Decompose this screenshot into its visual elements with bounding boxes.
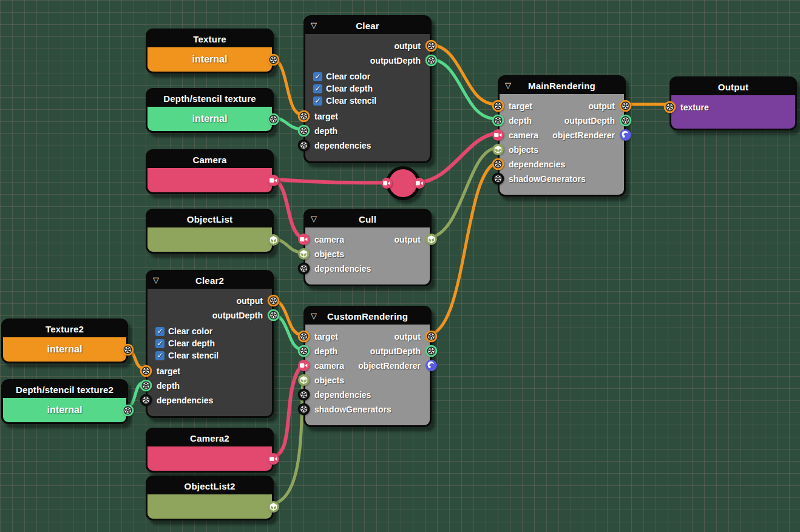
custom-outputdepth-port-icon[interactable] (425, 345, 438, 357)
checkbox-row[interactable]: ✓ Clear stencil (305, 95, 430, 107)
main-outputdepth-port-icon[interactable] (619, 114, 632, 127)
node-camera2[interactable]: Camera2 (146, 428, 274, 473)
custom-camera-port-icon[interactable] (297, 359, 310, 372)
custom-shadowgenerators-port-icon[interactable] (297, 403, 310, 416)
clear-depth-port-icon[interactable] (297, 124, 310, 137)
clear2-depth-port-icon[interactable] (140, 379, 152, 392)
main-target-port-icon[interactable] (492, 99, 504, 112)
output-texture-port-icon[interactable] (663, 101, 676, 113)
node-camera-header[interactable]: Camera (147, 151, 272, 168)
node-customrendering-header[interactable]: ▽ CustomRendering (305, 308, 430, 325)
main-depth-port-icon[interactable] (492, 114, 504, 127)
checkbox-checked-icon[interactable]: ✓ (313, 84, 322, 93)
checkbox-row[interactable]: ✓ Clear stencil (147, 349, 272, 362)
node-texture-header[interactable]: Texture (147, 30, 272, 47)
cull-objects-port-icon[interactable] (297, 247, 310, 260)
edge-clear-outputdepth-to-main-depth[interactable] (428, 59, 497, 119)
node-customrendering[interactable]: ▽ CustomRendering target output depth ou… (303, 306, 432, 427)
node-output-header[interactable]: Output (671, 78, 795, 95)
checkbox-row[interactable]: ✓ Clear depth (147, 337, 272, 349)
collapse-icon[interactable]: ▽ (505, 80, 511, 91)
checkbox-checked-icon[interactable]: ✓ (155, 339, 164, 348)
clear2-target-port-icon[interactable] (140, 365, 152, 377)
ds-output-port-icon[interactable] (267, 113, 280, 126)
node-objectlist2-header[interactable]: ObjectList2 (147, 477, 272, 494)
node-depth-stencil-texture[interactable]: Depth/stencil texture internal (146, 88, 274, 133)
clear-outputdepth-port-icon[interactable] (425, 54, 438, 67)
node-texture2[interactable]: Texture2 internal (1, 318, 128, 363)
elbow-input-port-icon[interactable] (381, 177, 393, 189)
edge-clear-output-to-main-target[interactable] (428, 44, 497, 104)
objectlist2-output-port-icon[interactable] (267, 500, 280, 513)
checkbox-row[interactable]: ✓ Clear color (305, 70, 430, 82)
node-clear[interactable]: ▽ Clear output outputDepth ✓ Clear color… (303, 15, 432, 163)
main-output-port-icon[interactable] (619, 99, 632, 112)
ds2-output-port-icon[interactable] (121, 404, 134, 417)
node-camera2-header[interactable]: Camera2 (147, 429, 272, 446)
edge-camera-to-elbow[interactable] (270, 179, 388, 183)
node-cull-body: camera output objects dependencies (305, 227, 430, 285)
custom-depth-port-icon[interactable] (297, 345, 310, 357)
node-texture2-header[interactable]: Texture2 (3, 320, 126, 337)
collapse-icon[interactable]: ▽ (311, 20, 317, 31)
node-mainrendering-header[interactable]: ▽ MainRendering (500, 77, 624, 94)
clear2-dependencies-port-icon[interactable] (140, 394, 152, 406)
port-label: depth (509, 116, 532, 126)
node-cull-header[interactable]: ▽ Cull (305, 210, 430, 227)
clear-output-port-icon[interactable] (425, 39, 438, 52)
node-clear-header[interactable]: ▽ Clear (305, 17, 430, 34)
node-depth-stencil-texture2[interactable]: Depth/stencil texture2 internal (1, 379, 128, 424)
cull-camera-port-icon[interactable] (297, 233, 310, 246)
clear-target-port-icon[interactable] (297, 110, 310, 123)
texture2-output-port-icon[interactable] (121, 343, 134, 356)
main-objects-port-icon[interactable] (492, 143, 504, 156)
camera-output-port-icon[interactable] (267, 174, 280, 187)
node-texture[interactable]: Texture internal (146, 29, 274, 73)
node-ds2-header[interactable]: Depth/stencil texture2 (3, 381, 126, 398)
clear-dependencies-port-icon[interactable] (297, 139, 310, 152)
main-camera-port-icon[interactable] (492, 129, 504, 141)
checkbox-checked-icon[interactable]: ✓ (313, 96, 322, 106)
node-mainrendering[interactable]: ▽ MainRendering target output depth outp… (498, 75, 626, 197)
main-shadowgenerators-port-icon[interactable] (492, 172, 504, 185)
custom-target-port-icon[interactable] (297, 330, 310, 343)
main-dependencies-port-icon[interactable] (492, 158, 504, 170)
collapse-icon[interactable]: ▽ (153, 275, 159, 286)
edge-custom-output-to-main-dependencies[interactable] (428, 163, 497, 335)
custom-objects-port-icon[interactable] (297, 374, 310, 386)
node-objectlist-body (147, 227, 272, 252)
custom-output-port-icon[interactable] (425, 330, 438, 343)
checkbox-checked-icon[interactable]: ✓ (155, 351, 164, 360)
clear2-output-port-icon[interactable] (267, 294, 280, 307)
checkbox-row[interactable]: ✓ Clear depth (305, 82, 430, 95)
edge-camera-to-cull-camera[interactable] (270, 179, 302, 238)
edge-texture-to-clear-target[interactable] (270, 58, 302, 115)
node-output[interactable]: Output texture (669, 76, 797, 130)
node-camera[interactable]: Camera (146, 149, 274, 194)
node-objectlist[interactable]: ObjectList (146, 209, 274, 254)
checkbox-checked-icon[interactable]: ✓ (155, 327, 164, 336)
node-clear2-header[interactable]: ▽ Clear2 (147, 272, 272, 289)
cull-dependencies-port-icon[interactable] (297, 262, 310, 275)
custom-objectrenderer-port-icon[interactable] (425, 359, 438, 372)
checkbox-row[interactable]: ✓ Clear color (147, 325, 272, 337)
camera2-output-port-icon[interactable] (267, 453, 280, 465)
node-ds-header[interactable]: Depth/stencil texture (147, 90, 272, 107)
checkbox-checked-icon[interactable]: ✓ (313, 72, 322, 81)
custom-dependencies-port-icon[interactable] (297, 388, 310, 401)
objectlist-output-port-icon[interactable] (267, 234, 280, 246)
elbow-output-port-icon[interactable] (413, 177, 425, 189)
node-objectlist2[interactable]: ObjectList2 (146, 476, 274, 520)
collapse-icon[interactable]: ▽ (311, 214, 317, 224)
node-clear2[interactable]: ▽ Clear2 output outputDepth ✓ Clear colo… (146, 270, 274, 418)
node-cull[interactable]: ▽ Cull camera output objects dependencie… (303, 209, 432, 286)
node-objectlist-header[interactable]: ObjectList (147, 210, 272, 227)
cull-output-port-icon[interactable] (425, 233, 438, 246)
texture-output-port-icon[interactable] (267, 53, 280, 66)
camera-elbow-node[interactable] (386, 166, 420, 200)
clear2-outputdepth-port-icon[interactable] (267, 309, 280, 322)
main-objectrenderer-port-icon[interactable] (619, 129, 632, 141)
node-graph-canvas[interactable]: Texture internal Depth/stencil texture i… (0, 0, 800, 532)
edge-cull-output-to-main-objects[interactable] (428, 148, 497, 238)
collapse-icon[interactable]: ▽ (311, 311, 317, 322)
